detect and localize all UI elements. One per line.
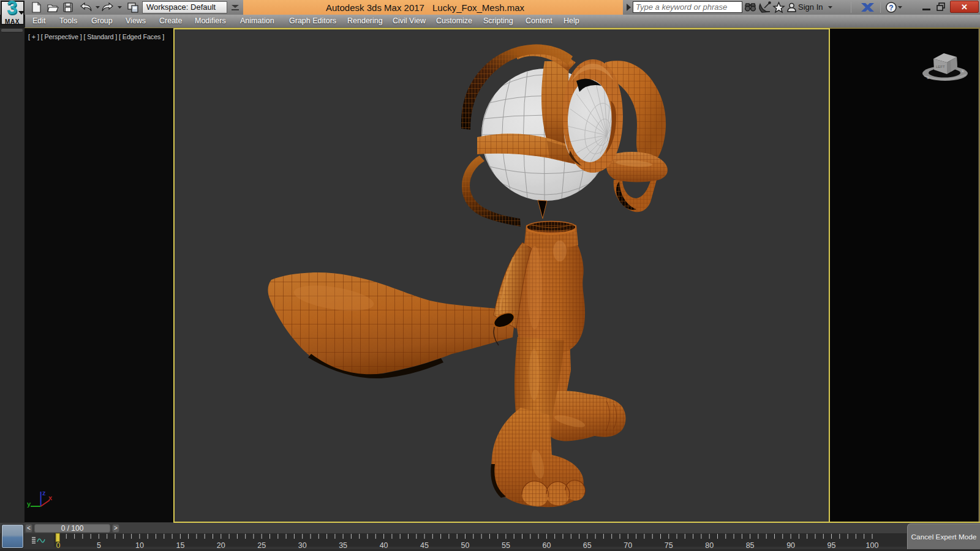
svg-text:35: 35 xyxy=(339,541,347,550)
svg-text:60: 60 xyxy=(542,541,551,550)
svg-text:50: 50 xyxy=(461,541,470,550)
svg-text:95: 95 xyxy=(827,541,836,550)
svg-text:30: 30 xyxy=(298,541,307,550)
svg-text:90: 90 xyxy=(786,541,795,550)
svg-text:S: S xyxy=(927,76,929,80)
svg-text:10: 10 xyxy=(135,541,144,550)
svg-text:z: z xyxy=(42,489,46,497)
svg-text:70: 70 xyxy=(624,541,632,550)
svg-text:100: 100 xyxy=(866,541,879,550)
svg-text:20: 20 xyxy=(217,541,225,550)
svg-text:0: 0 xyxy=(56,541,61,550)
svg-text:y: y xyxy=(27,500,31,508)
svg-text:40: 40 xyxy=(380,541,388,550)
svg-text:55: 55 xyxy=(502,541,510,550)
svg-text:25: 25 xyxy=(257,541,266,550)
svg-text:LEFT: LEFT xyxy=(936,65,945,69)
svg-text:65: 65 xyxy=(583,541,592,550)
svg-text:x: x xyxy=(48,494,53,501)
svg-text:E: E xyxy=(962,69,964,73)
svg-text:45: 45 xyxy=(420,541,429,550)
svg-text:75: 75 xyxy=(665,541,673,550)
svg-text:15: 15 xyxy=(176,541,184,550)
svg-text:85: 85 xyxy=(746,541,755,550)
svg-text:80: 80 xyxy=(705,541,714,550)
svg-text:5: 5 xyxy=(97,541,101,550)
